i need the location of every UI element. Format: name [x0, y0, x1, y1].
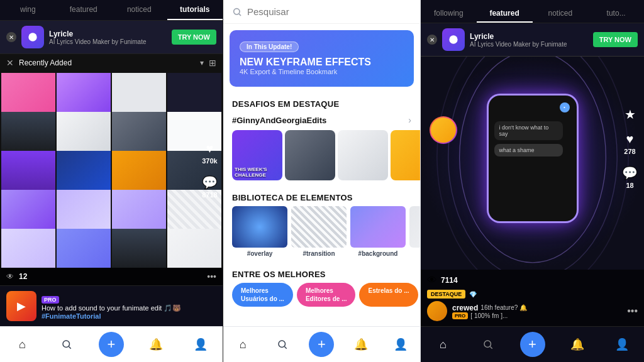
ad-banner-right: ✕ Lyricle AI Lyrics Video Maker by Funim… — [421, 23, 644, 57]
phone-msg-2: what a shame — [494, 144, 564, 156]
star-icon: ★ — [625, 107, 636, 122]
challenge-thumb-2[interactable] — [285, 130, 335, 180]
destaque-row: DESTAQUE 💎 — [427, 290, 638, 299]
right-tab-following[interactable]: following — [421, 5, 477, 23]
left-bottom-nav: ⌂ + 🔔 👤 — [0, 326, 223, 362]
nav-search-left[interactable] — [45, 332, 89, 357]
element-card-2[interactable]: #transition — [291, 206, 347, 257]
right-tab-featured[interactable]: featured — [477, 5, 533, 23]
pill-users[interactable]: Melhores Usuários do ... — [232, 283, 293, 307]
svg-point-0 — [28, 33, 36, 41]
media-cell[interactable] — [112, 229, 166, 268]
nav-add-right[interactable]: + — [510, 332, 555, 357]
right-tab-noticed[interactable]: noticed — [533, 5, 589, 23]
biblioteca-title: BIBLIOTECA DE ELEMENTOS — [223, 187, 420, 206]
elem-label-1: #overlay — [247, 250, 273, 257]
phone-dot: • — [560, 102, 570, 112]
media-sort-label[interactable]: Recently Added — [19, 58, 195, 67]
avatar-ring — [430, 116, 457, 144]
challenge-thumb-4[interactable] — [391, 130, 420, 180]
right-username[interactable]: crewed — [452, 304, 478, 312]
nav-home-right[interactable]: ⌂ — [421, 332, 465, 357]
media-close-icon[interactable]: ✕ — [6, 58, 14, 68]
pill-stars[interactable]: Estrelas do ... — [359, 283, 418, 307]
nav-profile-right[interactable]: 👤 — [599, 332, 644, 357]
element-card-1[interactable]: #overlay — [232, 206, 287, 257]
right-user-row: crewed 16th feature? 🔔 PRO [ 100% fm ]..… — [427, 301, 638, 321]
nav-add-mid[interactable]: + — [302, 332, 341, 357]
right-heart-icon: ♥ — [626, 132, 634, 146]
media-toolbar: ✕ Recently Added ▾ ⊞ — [0, 54, 223, 72]
tutorial-hashtag: #FunimateTutorial — [42, 312, 216, 320]
media-sort-arrow[interactable]: ▾ — [200, 58, 204, 67]
melhores-title: ENTRE OS MELHORES — [223, 263, 420, 283]
ad-text-left: Lyricle AI Lyrics Video Maker by Funimat… — [49, 30, 167, 45]
nav-search-right[interactable] — [465, 332, 510, 357]
featured-avatar[interactable] — [430, 116, 457, 144]
search-input-mid[interactable] — [247, 6, 411, 17]
challenge-thumb-3[interactable] — [338, 130, 388, 180]
comment-stat: 💬 8718 — [202, 175, 218, 199]
ad-try-now-left[interactable]: TRY NOW — [172, 30, 216, 45]
pro-badge-right: PRO — [452, 312, 468, 319]
nav-bell-right[interactable]: 🔔 — [555, 332, 599, 357]
nav-search-mid[interactable] — [263, 332, 303, 357]
media-cell[interactable] — [167, 229, 221, 268]
add-button-mid[interactable]: + — [309, 332, 334, 357]
nav-add-left[interactable]: + — [89, 332, 134, 357]
tutorial-thumbnail[interactable]: ▶ — [6, 291, 36, 321]
right-heart-stat: ♥ 278 — [622, 132, 638, 155]
nav-bell-left[interactable]: 🔔 — [133, 332, 178, 357]
tab-featured[interactable]: featured — [56, 0, 112, 20]
add-button-right[interactable]: + — [520, 332, 545, 357]
more-icon-left[interactable]: ••• — [207, 272, 216, 282]
right-tab-tuto[interactable]: tuto... — [588, 5, 644, 23]
mid-panel: In This Update! NEW KEYFRAME EFFECTS 4K … — [223, 0, 421, 362]
ad-close-right[interactable]: ✕ — [427, 35, 437, 45]
media-grid-icon[interactable]: ⊞ — [209, 58, 216, 68]
ad-try-now-right[interactable]: TRY NOW — [593, 32, 638, 47]
media-cell[interactable] — [1, 229, 55, 268]
phone-msg-1: i don't know what to say — [494, 121, 564, 140]
avatar-image — [431, 118, 456, 143]
right-view-row: 👁 7114 — [427, 275, 638, 286]
ad-icon-right — [442, 28, 465, 51]
nav-home-mid[interactable]: ⌂ — [223, 332, 263, 357]
ad-close-left[interactable]: ✕ — [6, 32, 16, 42]
tab-wing[interactable]: wing — [0, 0, 56, 20]
challenge-thumb-1[interactable]: THIS WEEK'S CHALLENGE — [232, 130, 282, 180]
challenge-arrow[interactable]: › — [408, 115, 411, 125]
elem-thumb-2 — [291, 206, 347, 248]
feature-banner: In This Update! NEW KEYFRAME EFFECTS 4K … — [230, 30, 414, 87]
tab-tutorials[interactable]: tutorials — [167, 0, 223, 20]
heart-icon: ♥ — [206, 141, 214, 156]
elem-label-2: #transition — [303, 250, 335, 257]
right-bottom-nav: ⌂ + 🔔 👤 — [421, 326, 644, 362]
ad-subtitle-right: AI Lyrics Video Maker by Funimate — [470, 41, 588, 48]
star-stat: ★ — [622, 107, 638, 122]
nav-profile-mid[interactable]: 👤 — [380, 332, 420, 357]
nav-home-left[interactable]: ⌂ — [0, 332, 45, 357]
more-icon-right[interactable]: ••• — [627, 305, 638, 317]
svg-line-6 — [284, 346, 286, 348]
media-cell[interactable] — [57, 229, 111, 268]
pill-editors[interactable]: Melhores Editores de ... — [297, 283, 356, 307]
challenge-tag[interactable]: #GinnyAndGeorgiaEdits — [232, 116, 404, 125]
search-bar — [223, 0, 420, 24]
nav-profile-left[interactable]: 👤 — [178, 332, 223, 357]
comment-icon: 💬 — [202, 175, 218, 190]
pro-badge-left: PRO — [42, 296, 59, 304]
elem-thumb-3 — [350, 206, 406, 248]
right-comment-stat: 💬 18 — [622, 165, 638, 189]
diamond-icon: 💎 — [469, 291, 477, 298]
elem-label-3: #background — [358, 250, 398, 257]
mid-scroll: In This Update! NEW KEYFRAME EFFECTS 4K … — [223, 24, 420, 326]
tab-noticed[interactable]: noticed — [111, 0, 167, 20]
right-user-avatar[interactable] — [427, 301, 447, 321]
element-card-3[interactable]: #background — [350, 206, 406, 257]
add-button-left[interactable]: + — [99, 332, 124, 357]
tutorial-row: ▶ PRO How to add sound to your funimate … — [0, 285, 223, 326]
element-card-4[interactable]: # — [409, 206, 420, 257]
nav-bell-mid[interactable]: 🔔 — [341, 332, 381, 357]
ad-title-right: Lyricle — [470, 32, 588, 41]
